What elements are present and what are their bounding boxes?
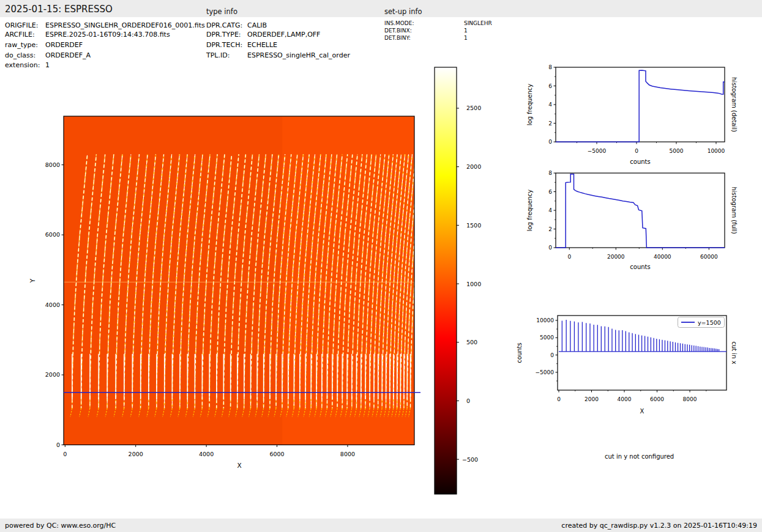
type-info-label: DPR.CATG: xyxy=(206,21,247,29)
colorbar-tick-label: 1500 xyxy=(466,222,481,229)
y-tick-label: 2 xyxy=(548,226,552,232)
y-axis-label: log frequency xyxy=(526,190,533,232)
y-tick-label: 2 xyxy=(548,120,552,127)
colorbar-tick-label: 500 xyxy=(466,339,477,345)
figure-canvas: 0200040006000800002000400060008000XY2500… xyxy=(0,0,762,532)
y-axis-label: Y xyxy=(29,278,36,283)
file-info-value: ESPRE.2025-01-16T09:14:43.708.fits xyxy=(45,31,170,39)
y-tick-label: −5000 xyxy=(536,369,555,375)
footer-left: powered by QC: www.eso.org/HC xyxy=(5,522,116,530)
y-tick-label: 0 xyxy=(550,352,554,358)
type-info-row: DPR.TECH:ECHELLE xyxy=(206,41,277,49)
histogram_detail-line xyxy=(556,70,725,142)
x-tick-label: 8000 xyxy=(340,451,355,457)
file-info-label: ARCFILE: xyxy=(5,31,45,39)
y-tick-label: 0 xyxy=(548,139,552,145)
x-tick-label: 40000 xyxy=(654,254,671,260)
file-info-value: 1 xyxy=(45,61,50,69)
type-info-label: TPL.ID: xyxy=(206,51,247,59)
right-axis-label: cut in x xyxy=(731,341,738,364)
y-tick-label: 8000 xyxy=(45,161,60,168)
y-tick-label: 0 xyxy=(548,245,552,251)
y-tick-label: 4 xyxy=(548,207,552,213)
raw-image xyxy=(64,116,425,445)
file-info-row: do_class:ORDERDEF_A xyxy=(5,51,91,59)
y-axis-label: counts xyxy=(516,342,523,363)
colorbar-tick-label: 2500 xyxy=(466,105,481,111)
colorbar: 25002000150010005000−500 xyxy=(435,67,481,494)
file-info-row: raw_type:ORDERDEF xyxy=(5,41,83,49)
type-info-value: ECHELLE xyxy=(247,41,277,49)
footer-right: created by qc_rawdisp.py v1.2.3 on 2025-… xyxy=(561,522,757,530)
colorbar-tick-label: 2000 xyxy=(466,163,481,170)
colorbar-tick-label: 0 xyxy=(466,397,470,404)
y-tick-label: 2000 xyxy=(45,371,60,378)
file-info-row: ARCFILE:ESPRE.2025-01-16T09:14:43.708.fi… xyxy=(5,31,170,39)
x-tick-label: 0 xyxy=(567,254,571,260)
footer-bar: powered by QC: www.eso.org/HC created by… xyxy=(0,519,762,532)
cut_in_x-axes: 02000400060008000−50000500010000Xcountsc… xyxy=(516,316,738,415)
x-axis-label: counts xyxy=(630,264,650,270)
histogram_detail-spines xyxy=(556,67,725,142)
file-info-label: extension: xyxy=(5,61,45,69)
x-tick-label: 10000 xyxy=(708,148,725,154)
type-info-label: DPR.TECH: xyxy=(206,41,247,49)
x-tick-label: 2000 xyxy=(585,396,599,402)
y-tick-label: 4000 xyxy=(45,301,60,308)
histogram_full-axes: 020000400006000002468countslog frequency… xyxy=(526,170,738,270)
y-axis-label: log frequency xyxy=(526,84,533,126)
x-axis-label: counts xyxy=(630,158,650,165)
cut-in-y-note: cut in y not configured xyxy=(605,453,674,460)
y-tick-label: 4 xyxy=(548,102,552,108)
type-info-row: DPR.TYPE:ORDERDEF,LAMP,OFF xyxy=(206,31,320,39)
file-info-row: extension:1 xyxy=(5,61,50,69)
type-info-value: ORDERDEF,LAMP,OFF xyxy=(247,31,320,39)
x-tick-label: 6000 xyxy=(650,396,664,402)
file-info-label: ORIGFILE: xyxy=(5,21,45,29)
qc-report-page: 2025-01-15: ESPRESSO type info set-up in… xyxy=(0,0,762,532)
x-tick-label: −5000 xyxy=(588,148,607,154)
x-tick-label: 60000 xyxy=(700,254,718,260)
x-axis-label: X xyxy=(640,408,644,415)
y-tick-label: 8 xyxy=(548,170,552,176)
y-tick-label: 10000 xyxy=(536,317,554,323)
type-info-value: CALIB xyxy=(247,21,267,29)
x-tick-label: 5000 xyxy=(670,148,684,154)
histogram_full-line xyxy=(556,174,725,248)
legend-label: y=1500 xyxy=(698,319,721,326)
type-info-row: DPR.CATG:CALIB xyxy=(206,21,267,29)
histogram_detail-axes: −5000050001000002468countslog frequencyh… xyxy=(526,64,738,165)
file-info-row: ORIGFILE:ESPRESSO_SINGLEHR_ORDERDEF016_0… xyxy=(5,21,205,29)
colorbar-tick-label: −500 xyxy=(462,456,478,463)
colorbar-tick-label: 1000 xyxy=(466,281,481,287)
x-axis-label: X xyxy=(237,462,241,469)
colorbar-ramp xyxy=(435,67,457,494)
y-tick-label: 0 xyxy=(56,441,60,448)
file-info-value: ESPRESSO_SINGLEHR_ORDERDEF016_0001.fits xyxy=(45,21,205,29)
y-tick-label: 6 xyxy=(548,189,552,195)
detector-half-shade xyxy=(64,116,282,445)
type-info-row: TPL.ID:ESPRESSO_singleHR_cal_order xyxy=(206,51,350,59)
y-tick-label: 6 xyxy=(548,83,552,89)
x-tick-label: 20000 xyxy=(607,254,625,260)
file-info-value: ORDERDEF xyxy=(45,41,83,49)
x-tick-label: 4000 xyxy=(618,396,632,402)
x-tick-label: 0 xyxy=(635,148,638,154)
x-tick-label: 4000 xyxy=(199,451,214,457)
x-tick-label: 0 xyxy=(63,451,67,457)
file-info-label: do_class: xyxy=(5,51,45,59)
legend: y=1500 xyxy=(678,317,725,328)
type-info-value: ESPRESSO_singleHR_cal_order xyxy=(247,51,350,59)
y-tick-label: 5000 xyxy=(540,334,554,341)
x-tick-label: 0 xyxy=(557,396,561,402)
file-info-value: ORDERDEF_A xyxy=(45,51,91,59)
right-axis-label: histogram (full) xyxy=(731,187,738,234)
x-tick-label: 6000 xyxy=(269,451,284,457)
y-tick-label: 8 xyxy=(548,64,552,70)
x-tick-label: 2000 xyxy=(129,451,143,457)
file-info-label: raw_type: xyxy=(5,41,45,49)
right-axis-label: histogram (detail) xyxy=(731,77,738,132)
x-tick-label: 8000 xyxy=(683,396,697,402)
y-tick-label: 6000 xyxy=(45,231,60,238)
type-info-label: DPR.TYPE: xyxy=(206,31,247,39)
